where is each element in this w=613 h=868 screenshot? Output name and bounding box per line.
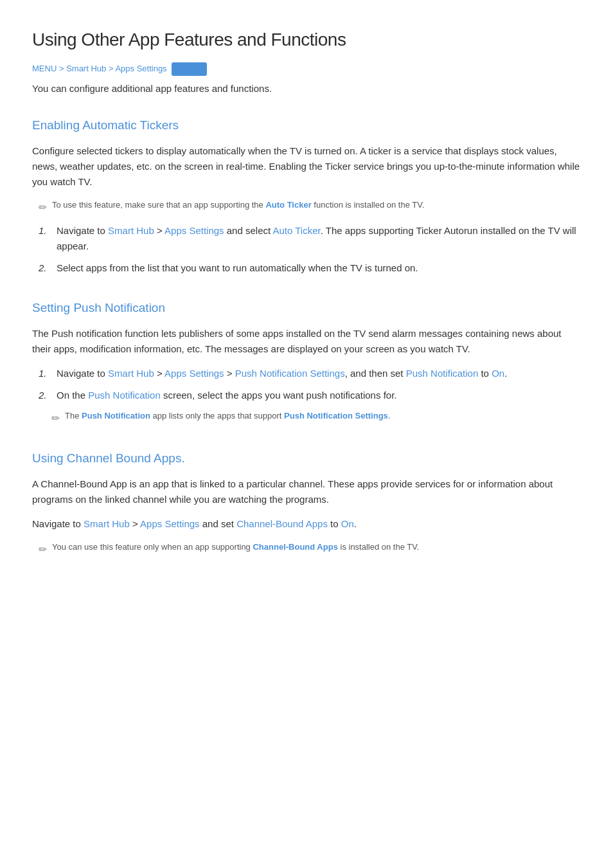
section1-body: Configure selected tickers to display au… xyxy=(32,143,581,190)
section3-heading: Using Channel Bound Apps. xyxy=(32,449,581,468)
step-number: 1. xyxy=(39,366,49,381)
section2-step2: 2. On the Push Notification screen, sele… xyxy=(39,388,581,403)
pencil-icon: ✏ xyxy=(39,199,47,216)
breadcrumb: MENU > Smart Hub > Apps Settings Try Now xyxy=(32,62,581,77)
try-now-badge[interactable]: Try Now xyxy=(172,62,207,77)
section3-note: ✏ You can use this feature only when an … xyxy=(39,541,581,558)
section3-navigate: Navigate to Smart Hub > Apps Settings an… xyxy=(32,516,581,532)
section2-heading: Setting Push Notification xyxy=(32,298,581,318)
step-text: Select apps from the list that you want … xyxy=(57,260,418,276)
breadcrumb-smarthub[interactable]: Smart Hub xyxy=(66,64,106,73)
section2-body: The Push notification function lets publ… xyxy=(32,326,581,357)
intro-text: You can configure additional app feature… xyxy=(32,81,581,96)
section-channel-bound: Using Channel Bound Apps. A Channel-Boun… xyxy=(32,449,581,557)
breadcrumb-menu: MENU xyxy=(32,64,57,73)
step-number: 2. xyxy=(39,388,49,403)
breadcrumb-sep2: > xyxy=(109,64,116,73)
section1-heading: Enabling Automatic Tickers xyxy=(32,116,581,135)
pencil-icon: ✏ xyxy=(51,410,60,427)
step-number: 2. xyxy=(39,260,49,276)
step-text: Navigate to Smart Hub > Apps Settings > … xyxy=(57,366,507,381)
section3-body: A Channel-Bound App is an app that is li… xyxy=(32,476,581,507)
section2-step1: 1. Navigate to Smart Hub > Apps Settings… xyxy=(39,366,581,381)
section1-step2: 2. Select apps from the list that you wa… xyxy=(39,260,581,276)
section2-subnote: ✏ The Push Notification app lists only t… xyxy=(51,410,581,427)
section-auto-tickers: Enabling Automatic Tickers Configure sel… xyxy=(32,116,581,276)
step-text: Navigate to Smart Hub > Apps Settings an… xyxy=(57,223,581,254)
section1-step1: 1. Navigate to Smart Hub > Apps Settings… xyxy=(39,223,581,254)
section1-note-text: To use this feature, make sure that an a… xyxy=(52,199,424,212)
step-text: On the Push Notification screen, select … xyxy=(57,388,396,403)
section2-subnote-text: The Push Notification app lists only the… xyxy=(65,410,390,422)
breadcrumb-sep1: > xyxy=(59,64,66,73)
pencil-icon: ✏ xyxy=(39,541,47,558)
section3-note-text: You can use this feature only when an ap… xyxy=(52,541,419,554)
breadcrumb-appsettings[interactable]: Apps Settings xyxy=(115,64,166,73)
section-push-notification: Setting Push Notification The Push notif… xyxy=(32,298,581,426)
page-title: Using Other App Features and Functions xyxy=(32,26,581,55)
section1-note: ✏ To use this feature, make sure that an… xyxy=(39,199,581,216)
step-number: 1. xyxy=(39,223,49,239)
